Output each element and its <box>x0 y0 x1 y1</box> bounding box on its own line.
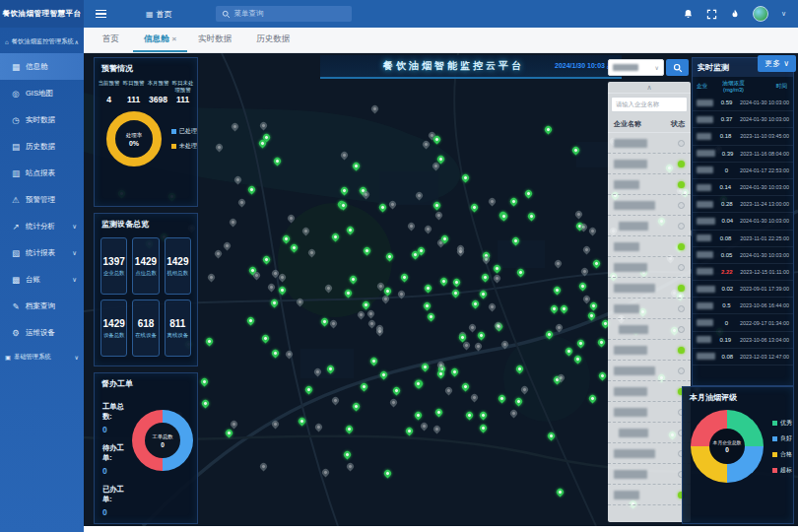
map-marker-offline[interactable] <box>422 139 432 149</box>
map-marker-offline[interactable] <box>277 273 287 283</box>
map-marker-offline[interactable] <box>313 422 323 432</box>
flame-icon[interactable] <box>730 8 740 20</box>
map-marker-offline[interactable] <box>369 104 379 114</box>
map-marker-online[interactable] <box>493 263 502 273</box>
device-stat-box[interactable]: 811 离线设备 <box>165 299 191 357</box>
tab[interactable]: 首页 <box>92 28 133 52</box>
map-marker-offline[interactable] <box>366 308 376 318</box>
sidebar-item[interactable]: ✎ 档案查询 <box>0 293 84 319</box>
company-row[interactable] <box>608 133 691 154</box>
map-marker-offline[interactable] <box>388 397 398 407</box>
map-marker-offline[interactable] <box>553 259 563 269</box>
map-marker-online[interactable] <box>560 303 569 313</box>
map-marker-online[interactable] <box>464 411 474 421</box>
company-row[interactable] <box>608 361 691 381</box>
realtime-row[interactable]: 0.37 2024-01-30 10:03:00 <box>693 111 793 128</box>
sidebar-item[interactable]: ▥ 站点报表 <box>0 160 84 186</box>
map-marker-online[interactable] <box>392 385 402 395</box>
map-marker-online[interactable] <box>591 259 601 269</box>
map-marker-online[interactable] <box>479 423 489 432</box>
map-marker-offline[interactable] <box>258 462 268 472</box>
map-marker-online[interactable] <box>423 284 432 294</box>
realtime-row[interactable]: 0.08 2023-11-01 22:25:00 <box>693 231 793 247</box>
map-marker-offline[interactable] <box>443 385 453 395</box>
map-marker-online[interactable] <box>481 272 491 282</box>
company-row[interactable] <box>608 443 691 464</box>
tab-close-icon[interactable]: × <box>172 34 177 43</box>
map-marker-offline[interactable] <box>346 462 356 472</box>
map-marker-online[interactable] <box>509 196 519 206</box>
map-marker-online[interactable] <box>513 397 523 407</box>
map-marker-offline[interactable] <box>520 385 530 395</box>
realtime-row[interactable]: 0.5 2023-10-06 16:44:00 <box>693 298 793 314</box>
map-marker-online[interactable] <box>552 286 562 296</box>
map-marker-online[interactable] <box>477 330 487 340</box>
realtime-row[interactable]: 0 2022-09-17 01:34:00 <box>693 314 793 331</box>
tab[interactable]: 历史数据 <box>245 28 303 52</box>
company-row[interactable] <box>608 423 691 443</box>
map-marker-online[interactable] <box>478 289 488 299</box>
map-marker-online[interactable] <box>511 236 521 246</box>
company-row[interactable] <box>608 340 691 361</box>
map-marker-online[interactable] <box>343 288 353 298</box>
map-marker-online[interactable] <box>526 211 536 221</box>
sidebar-item[interactable]: ▧ 统计报表 ∨ <box>0 239 84 266</box>
map-marker-offline[interactable] <box>582 244 592 254</box>
realtime-row[interactable]: 0.14 2024-01-30 10:03:00 <box>693 179 793 196</box>
map-marker-online[interactable] <box>578 282 588 292</box>
map-marker-offline[interactable] <box>267 283 277 293</box>
map-marker-online[interactable] <box>262 255 272 265</box>
map-marker-offline[interactable] <box>214 143 224 153</box>
company-row[interactable] <box>608 381 691 402</box>
map-marker-online[interactable] <box>499 211 509 221</box>
map-marker-online[interactable] <box>587 311 597 321</box>
map-marker-online[interactable] <box>345 226 355 235</box>
sidebar-item[interactable]: ↗ 统计分析 ∨ <box>0 213 84 239</box>
realtime-row[interactable]: 0.04 2024-01-30 10:03:00 <box>693 213 793 230</box>
map-marker-online[interactable] <box>331 232 341 241</box>
map-marker-offline[interactable] <box>494 320 503 330</box>
map-marker-online[interactable] <box>523 189 533 199</box>
company-row[interactable] <box>608 257 691 278</box>
company-row[interactable] <box>608 464 691 485</box>
map-marker-online[interactable] <box>326 364 336 373</box>
map-marker-offline[interactable] <box>470 392 480 402</box>
map-marker-offline[interactable] <box>233 174 242 184</box>
map-marker-online[interactable] <box>272 157 282 166</box>
device-stat-box[interactable]: 1429 机组总数 <box>165 237 191 295</box>
map-marker-offline[interactable] <box>407 221 417 231</box>
sidebar-section-base-system[interactable]: ▣ 基础管理系统 ∨ <box>0 346 84 368</box>
map-marker-online[interactable] <box>598 371 608 381</box>
map-marker-offline[interactable] <box>328 319 338 329</box>
map-marker-online[interactable] <box>421 362 431 371</box>
map-marker-online[interactable] <box>319 317 329 327</box>
map-marker-offline[interactable] <box>214 248 224 258</box>
map-marker-online[interactable] <box>588 301 598 311</box>
sidebar-item[interactable]: ◎ GIS地图 <box>0 80 84 106</box>
map-marker-offline[interactable] <box>230 122 239 132</box>
realtime-row[interactable]: 0.59 2024-01-30 10:03:00 <box>693 95 793 111</box>
map-marker-online[interactable] <box>432 200 442 210</box>
map-marker-offline[interactable] <box>582 294 592 303</box>
map-marker-offline[interactable] <box>509 408 519 418</box>
device-stat-box[interactable]: 1429 点位总数 <box>132 237 159 295</box>
map-marker-online[interactable] <box>576 339 586 349</box>
map-marker-online[interactable] <box>362 246 371 256</box>
map-marker-online[interactable] <box>378 202 388 212</box>
device-stat-box[interactable]: 618 在线设备 <box>132 299 159 357</box>
map-marker-offline[interactable] <box>252 271 262 281</box>
realtime-row[interactable]: 0.19 2023-10-06 13:04:00 <box>693 332 793 349</box>
map-marker-offline[interactable] <box>487 301 497 311</box>
map-marker-online[interactable] <box>282 233 292 243</box>
company-select-dropdown[interactable]: ∨ <box>608 59 664 76</box>
map-marker-offline[interactable] <box>487 196 497 206</box>
map-marker-offline[interactable] <box>499 339 509 349</box>
map-marker-online[interactable] <box>340 186 350 196</box>
map-marker-offline[interactable] <box>313 366 323 376</box>
sidebar-item[interactable]: ▤ 历史数据 <box>0 133 84 160</box>
map-marker-online[interactable] <box>544 124 554 134</box>
map-marker-online[interactable] <box>260 334 270 344</box>
map-marker-online[interactable] <box>270 349 280 359</box>
more-button[interactable]: 更多 ∨ <box>758 55 796 72</box>
map-marker-online[interactable] <box>270 299 280 308</box>
